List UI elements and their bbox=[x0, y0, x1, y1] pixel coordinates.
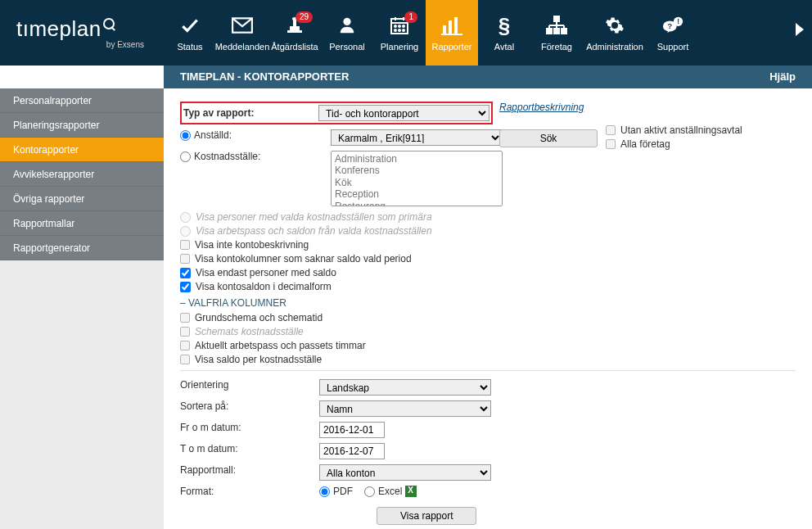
svg-point-13 bbox=[395, 29, 396, 31]
top-nav: Status Meddelanden 29 Åtgärdslista Perso… bbox=[164, 0, 699, 66]
sidebar-item-generator[interactable]: Rapportgenerator bbox=[0, 236, 164, 260]
sidebar-item-avvikelse[interactable]: Avvikelserapporter bbox=[0, 162, 164, 187]
checkbox-decimal[interactable] bbox=[180, 282, 191, 292]
optional-columns-header: – VALFRIA KOLUMNER bbox=[180, 297, 796, 309]
svg-point-15 bbox=[403, 29, 404, 31]
svg-rect-16 bbox=[443, 25, 446, 34]
mail-icon bbox=[231, 14, 254, 37]
main: Personalrapporter Planeringsrapporter Ko… bbox=[0, 88, 812, 529]
sort-select[interactable]: Namn bbox=[319, 400, 491, 417]
sort-label: Sortera på: bbox=[180, 400, 319, 412]
checkbox-alla-foretag[interactable] bbox=[606, 139, 616, 149]
checkbox-aktuellt[interactable] bbox=[180, 341, 190, 350]
nav-meddelanden[interactable]: Meddelanden bbox=[216, 0, 268, 66]
checkbox-kontokol[interactable] bbox=[180, 254, 190, 264]
checkbox-label: Visa saldo per kostnadsställe bbox=[195, 354, 322, 365]
svg-point-10 bbox=[395, 25, 396, 27]
costcenter-listbox[interactable]: Administration Konferens Kök Reception R… bbox=[331, 151, 503, 206]
sidebar-item-konto[interactable]: Kontorapporter bbox=[0, 138, 164, 162]
format-excel-radio[interactable] bbox=[364, 486, 375, 497]
logo-text: tımeplan bbox=[16, 16, 102, 42]
checkbox-label: Visa inte kontobeskrivning bbox=[195, 239, 309, 251]
nav-label: Planering bbox=[381, 42, 418, 52]
org-icon bbox=[545, 14, 568, 37]
costcenter-radio[interactable] bbox=[180, 151, 191, 162]
sidebar-item-planering[interactable]: Planeringsrapporter bbox=[0, 113, 164, 138]
checkbox-onlysaldo[interactable] bbox=[180, 268, 191, 278]
nav-support[interactable]: !? Support bbox=[647, 0, 699, 66]
nav-label: Rapporter bbox=[432, 42, 472, 52]
nav-status[interactable]: Status bbox=[164, 0, 216, 66]
employee-label: Anställd: bbox=[194, 129, 232, 141]
format-excel-label: Excel bbox=[378, 486, 402, 497]
checkbox-label: Alla företag bbox=[620, 138, 670, 150]
from-date-input[interactable] bbox=[319, 422, 385, 438]
checkbox-utan-avtal[interactable] bbox=[606, 125, 616, 135]
nav-atgardslista[interactable]: 29 Åtgärdslista bbox=[268, 0, 321, 66]
show-report-button[interactable]: Visa rapport bbox=[377, 507, 476, 525]
checkbox-label: Aktuellt arbetspass och passets timmar bbox=[195, 340, 366, 351]
check-icon bbox=[178, 14, 201, 37]
checkbox-nodesc[interactable] bbox=[180, 240, 190, 250]
sidebar-item-personal[interactable]: Personalrapporter bbox=[0, 88, 164, 113]
nav-label: Administration bbox=[586, 42, 643, 52]
report-type-label: Typ av rapport: bbox=[183, 107, 318, 119]
from-date-label: Fr o m datum: bbox=[180, 422, 319, 433]
nav-label: Företag bbox=[541, 42, 572, 52]
nav-avtal[interactable]: § Avtal bbox=[478, 0, 530, 66]
employee-radio[interactable] bbox=[180, 130, 191, 141]
nav-administration[interactable]: Administration bbox=[583, 0, 647, 66]
orientation-label: Orientering bbox=[180, 379, 319, 391]
sidebar-item-mallar[interactable]: Rapportmallar bbox=[0, 211, 164, 236]
divider bbox=[180, 370, 796, 371]
checkbox-label: Visa kontosaldon i decimalform bbox=[196, 281, 332, 292]
logo: tımeplan by Exsens bbox=[0, 16, 164, 49]
radio-label: Visa arbetspass och saldon från valda ko… bbox=[196, 225, 432, 237]
to-date-input[interactable] bbox=[319, 443, 385, 459]
nav-label: Status bbox=[177, 42, 202, 52]
sidebar-item-ovriga[interactable]: Övriga rapporter bbox=[0, 187, 164, 211]
svg-rect-19 bbox=[441, 34, 462, 35]
page-title: TIMEPLAN - KONTORAPPORTER bbox=[180, 66, 349, 88]
nav-label: Support bbox=[657, 42, 689, 52]
format-label: Format: bbox=[180, 486, 319, 497]
nav-personal[interactable]: Personal bbox=[321, 0, 373, 66]
report-type-select[interactable]: Tid- och kontorapport bbox=[318, 105, 489, 121]
page-subheader: TIMEPLAN - KONTORAPPORTER Hjälp bbox=[164, 66, 812, 88]
nav-badge: 1 bbox=[404, 11, 417, 23]
employee-select[interactable]: Karmalm , Erik[911] bbox=[331, 129, 503, 146]
template-select[interactable]: Alla konton bbox=[319, 464, 491, 481]
to-date-label: T o m datum: bbox=[180, 443, 319, 454]
svg-rect-18 bbox=[454, 17, 458, 34]
nav-rapporter[interactable]: Rapporter bbox=[426, 0, 478, 66]
help-link[interactable]: Hjälp bbox=[769, 66, 796, 88]
nav-label: Avtal bbox=[494, 42, 514, 52]
checkbox-grundschema[interactable] bbox=[180, 313, 190, 323]
nav-label: Meddelanden bbox=[215, 42, 270, 52]
sidebar: Personalrapporter Planeringsrapporter Ko… bbox=[0, 88, 164, 529]
svg-rect-23 bbox=[562, 29, 566, 34]
person-icon bbox=[336, 14, 359, 37]
checkbox-label: Grundschema och schematid bbox=[195, 312, 323, 323]
template-label: Rapportmall: bbox=[180, 464, 319, 476]
nav-foretag[interactable]: Företag bbox=[530, 0, 583, 66]
orientation-select[interactable]: Landskap bbox=[319, 379, 491, 396]
gear-icon bbox=[603, 14, 626, 37]
svg-rect-22 bbox=[554, 29, 559, 34]
format-pdf-radio[interactable] bbox=[319, 486, 330, 497]
checkbox-saldoper[interactable] bbox=[180, 355, 190, 364]
costcenter-label: Kostnadsställe: bbox=[194, 151, 260, 162]
svg-point-14 bbox=[399, 29, 400, 31]
radio-passes bbox=[180, 226, 191, 237]
radio-label: Visa personer med valda kostnadsställen … bbox=[196, 211, 432, 223]
report-description-link[interactable]: Rapportbeskrivning bbox=[499, 102, 742, 113]
paragraph-icon: § bbox=[493, 14, 516, 37]
bar-chart-icon bbox=[440, 14, 463, 37]
nav-planering[interactable]: 1 Planering bbox=[373, 0, 426, 66]
svg-point-12 bbox=[403, 25, 404, 27]
checkbox-label: Visa endast personer med saldo bbox=[196, 267, 336, 278]
search-button[interactable]: Sök bbox=[499, 129, 598, 147]
svg-text:!: ! bbox=[677, 17, 679, 25]
nav-more-icon[interactable] bbox=[796, 23, 804, 36]
nav-badge: 29 bbox=[295, 11, 313, 23]
